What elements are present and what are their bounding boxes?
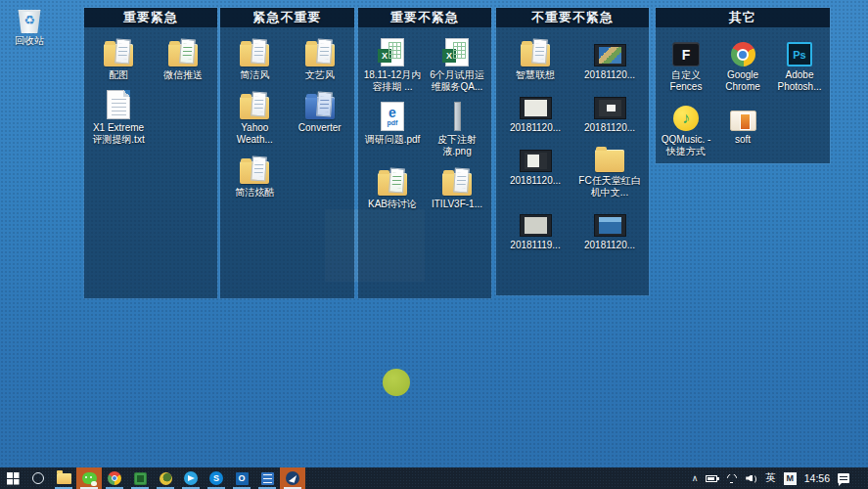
wifi-icon[interactable] [725, 474, 738, 483]
volume-icon[interactable] [746, 473, 757, 483]
skype-icon: S [209, 471, 223, 485]
fence-body: 配图 微信推送 X1 Extreme 评测提纲.txt [84, 27, 217, 150]
telegram-button[interactable] [178, 467, 204, 489]
fence-body: X 18.11-12月内容排期 ... X 6个月试用运维服务QA... epd… [358, 27, 491, 214]
icon-label: 调研问题.pdf [365, 134, 421, 146]
icon-label: 智慧联想 [516, 69, 555, 81]
start-button[interactable] [0, 467, 25, 489]
icon-label: ITILV3F-1... [432, 199, 482, 210]
desktop-icon[interactable]: Ps Adobe Photosh... [772, 35, 827, 93]
fence-important-not-urgent: 重要不紧急 X 18.11-12月内容排期 ... X 6个月试用运维服务QA.… [358, 8, 491, 298]
image-thumbnail-icon [520, 214, 552, 237]
excel-icon: X [445, 38, 469, 67]
cortana-button[interactable] [25, 467, 51, 489]
evernote-button[interactable] [127, 467, 153, 489]
folder-icon [521, 44, 550, 67]
desktop-icon[interactable]: Google Chrome [715, 35, 770, 93]
icon-label: 20181120... [584, 69, 635, 81]
fence-title[interactable]: 其它 [656, 8, 830, 27]
desktop-icon[interactable]: X 18.11-12月内容排期 ... [360, 35, 425, 93]
skype-button[interactable]: S [204, 467, 229, 489]
desktop-icon[interactable]: Yahoo Weath... [222, 88, 287, 146]
fence-title[interactable]: 重要不紧急 [358, 8, 491, 27]
folder-icon [240, 97, 269, 119]
soft-folder-icon [730, 111, 756, 131]
fence-others: 其它 F 自定义 Fences Google Chrome Ps Adobe P… [656, 8, 830, 163]
folder-icon [442, 173, 472, 196]
icon-label: soft [735, 134, 751, 146]
desktop-icon[interactable]: 智慧联想 [503, 35, 568, 81]
folder-icon [57, 473, 71, 484]
desktop-icon[interactable]: X1 Extreme 评测提纲.txt [86, 88, 151, 146]
recycle-bin-label: 回收站 [6, 35, 53, 47]
icon-label: 20181120... [510, 175, 561, 187]
icon-label: Google Chrome [715, 69, 770, 93]
qq-music-icon: ♪ [673, 106, 699, 131]
icon-label: 18.11-12月内容排期 ... [361, 69, 424, 93]
icon-label: Adobe Photosh... [772, 69, 827, 93]
desktop-icon[interactable]: soft [715, 100, 770, 157]
desktop-icon[interactable]: 20181120... [577, 205, 642, 251]
desktop-icon[interactable]: 微信推送 [151, 35, 215, 81]
image-thumbnail-icon [520, 97, 552, 119]
image-thumbnail-icon [594, 44, 626, 67]
fence-title[interactable]: 不重要不紧急 [496, 8, 649, 27]
evernote-icon [134, 472, 147, 485]
globe-app-button[interactable] [153, 467, 178, 489]
pointer-icon [286, 471, 299, 485]
hidden-icons-chevron[interactable]: ∧ [692, 473, 699, 483]
desktop-icon[interactable]: 配图 [86, 35, 151, 81]
icon-label: 自定义 Fences [659, 69, 713, 93]
wechat-icon [82, 472, 97, 484]
ime-language-indicator[interactable]: 英 [765, 471, 776, 485]
desktop-icon[interactable]: Converter [288, 88, 352, 146]
wechat-button[interactable] [76, 467, 102, 489]
chrome-icon [731, 42, 755, 67]
desktop-icon[interactable]: ♪ QQMusic. - 快捷方式 [659, 100, 713, 157]
desktop-icon[interactable]: 简洁风 [222, 35, 287, 81]
fence-not-important-not-urgent: 不重要不紧急 智慧联想 20181120... 20181120... 2018… [496, 8, 649, 295]
outlook-button[interactable]: O [229, 467, 254, 489]
recycle-bin[interactable]: ♻ 回收站 [6, 6, 53, 47]
action-center-icon[interactable] [838, 473, 849, 483]
chrome-button[interactable] [102, 467, 127, 489]
taskbar-clock[interactable]: 14:56 [804, 472, 830, 484]
icon-label: Converter [298, 122, 342, 134]
fence-title[interactable]: 重要紧急 [84, 8, 217, 27]
desktop-icon[interactable]: 20181119... [503, 205, 568, 251]
desktop-icon[interactable]: 皮下注射液.png [425, 100, 489, 157]
icon-label: 20181120... [510, 122, 561, 134]
fence-important-urgent: 重要紧急 配图 微信推送 X1 Extreme 评测提纲.txt [84, 8, 217, 298]
file-explorer-button[interactable] [51, 467, 76, 489]
recycle-symbol-icon: ♻ [17, 14, 42, 26]
desktop-icon[interactable]: 20181120... [503, 141, 568, 199]
photoshop-icon: Ps [787, 42, 812, 67]
desktop-icon[interactable]: KAB待讨论 [360, 164, 425, 210]
desktop-icon[interactable]: ITILV3F-1... [425, 164, 489, 210]
battery-icon[interactable] [706, 475, 717, 482]
notes-app-button[interactable] [254, 467, 280, 489]
desktop-icon[interactable]: 20181120... [503, 88, 568, 134]
pointer-app-button[interactable] [280, 467, 305, 489]
fence-title[interactable]: 紧急不重要 [220, 8, 354, 27]
desktop-wallpaper: ♻ 回收站 重要紧急 配图 微信推送 X1 Extreme 评测提纲.txt 紧… [0, 0, 868, 489]
icon-label: 6个月试用运维服务QA... [426, 69, 488, 93]
windows-logo-icon [7, 472, 20, 485]
image-thumbnail-icon [594, 97, 626, 119]
icon-label: KAB待讨论 [368, 199, 417, 210]
desktop-icon[interactable]: 文艺风 [288, 35, 352, 81]
image-thumbnail-icon [520, 150, 552, 172]
desktop-icon[interactable]: epdf 调研问题.pdf [360, 100, 425, 157]
icon-label: 文艺风 [305, 69, 335, 81]
ime-mode-icon[interactable]: M [784, 472, 797, 485]
desktop-icon[interactable]: FC任天堂红白机中文... [577, 141, 642, 199]
desktop-icon[interactable]: 20181120... [577, 88, 642, 134]
excel-icon: X [381, 38, 404, 67]
desktop-icon[interactable]: F 自定义 Fences [659, 35, 713, 93]
icon-label: 简洁风 [240, 69, 269, 81]
desktop-icon[interactable]: X 6个月试用运维服务QA... [425, 35, 489, 93]
desktop-icon[interactable]: 20181120... [577, 35, 642, 81]
desktop-icon[interactable]: 简洁炫酷 [222, 153, 287, 199]
outlook-icon: O [236, 472, 249, 485]
system-tray: ∧ 英 M 14:56 [692, 467, 868, 489]
